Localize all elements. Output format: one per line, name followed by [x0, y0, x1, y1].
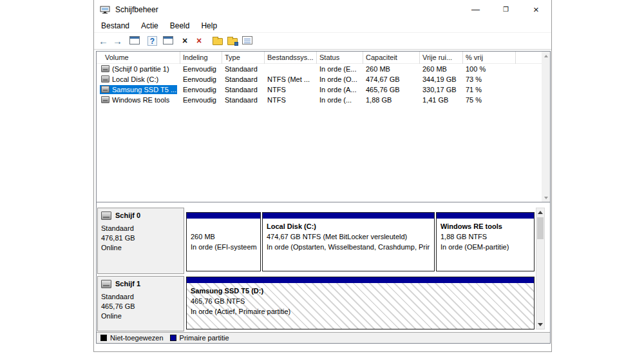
column-header-indeling[interactable]: Indeling — [180, 52, 222, 64]
scrollbar-thumb[interactable] — [537, 217, 544, 239]
forward-icon[interactable]: → — [113, 36, 122, 46]
detach-icon[interactable]: × — [182, 36, 187, 45]
cell-status: In orde (E... — [317, 65, 363, 73]
cell-vrije-ruimte: 330,17 GB — [420, 86, 463, 93]
delete-volume-icon[interactable]: × — [196, 36, 202, 45]
table-row[interactable]: Local Disk (C:) Eenvoudig Standaard NTFS… — [97, 74, 542, 84]
partition-title: Windows RE tools — [440, 221, 530, 231]
disk1-label[interactable]: Schijf 1 Standaard 465,76 GB Online — [97, 276, 184, 331]
disk-size: 465,76 GB — [101, 302, 180, 311]
help-icon[interactable]: ? — [147, 36, 157, 46]
cell-capaciteit: 260 MB — [363, 65, 420, 73]
cell-vrije-ruimte: 1,41 GB — [420, 96, 463, 104]
disk-type: Standaard — [101, 224, 180, 233]
volume-icon — [101, 96, 109, 103]
column-header-pct-vrij[interactable]: % vrij — [463, 52, 516, 64]
disk0-label[interactable]: Schijf 0 Standaard 476,81 GB Online — [97, 208, 184, 274]
unallocated-swatch — [100, 335, 107, 341]
cell-type: Standaard — [222, 75, 265, 83]
volume-icon — [101, 75, 109, 83]
cell-vrije-ruimte: 260 MB — [420, 65, 463, 73]
menu-actie[interactable]: Actie — [135, 19, 164, 32]
legend-primary-partition: Primaire partitie — [170, 334, 229, 342]
volume-name: Local Disk (C:) — [112, 75, 158, 83]
partition-efi[interactable]: 260 MB In orde (EFI-systeem — [186, 212, 261, 271]
cell-pct-vrij: 71 % — [463, 86, 516, 93]
menu-bestand[interactable]: Bestand — [95, 19, 135, 32]
app-icon — [100, 5, 110, 15]
maximize-button[interactable]: ❐ — [491, 0, 521, 19]
table-row-selected[interactable]: Samsung SSD T5 ... Eenvoudig Standaard N… — [97, 84, 542, 95]
cell-type: Standaard — [222, 86, 265, 93]
partition-color-strip — [437, 213, 534, 219]
caption-buttons: — ❐ × — [460, 0, 551, 19]
column-header-bestandssysteem[interactable]: Bestandssys... — [265, 52, 317, 64]
list-scrollbar[interactable] — [542, 52, 550, 202]
menu-help[interactable]: Help — [195, 19, 223, 32]
disk-name: Schijf 0 — [115, 211, 140, 221]
disk-management-window: Schijfbeheer — ❐ × Bestand Actie Beeld H… — [93, 0, 552, 352]
partition-status: In orde (EFI-systeem — [191, 242, 256, 252]
volume-icon — [101, 86, 109, 93]
partition-title — [191, 221, 256, 231]
folder-properties-icon[interactable] — [227, 36, 238, 45]
cell-type: Standaard — [222, 65, 265, 73]
close-button[interactable]: × — [521, 0, 551, 19]
table-row[interactable]: (Schijf 0 partitie 1) Eenvoudig Standaar… — [97, 64, 542, 74]
disk-icon — [101, 280, 111, 288]
content-frame: Volume Indeling Type Bestandssys... Stat… — [96, 51, 551, 344]
legend-unallocated: Niet-toegewezen — [100, 334, 164, 342]
title-bar[interactable]: Schijfbeheer — ❐ × — [94, 0, 551, 19]
column-header-capaciteit[interactable]: Capaciteit — [363, 52, 420, 64]
cell-volume: Local Disk (C:) — [97, 75, 180, 84]
status-strip — [96, 344, 551, 351]
partition-windows-re[interactable]: Windows RE tools 1,88 GB NTFS In orde (O… — [436, 212, 535, 271]
volume-name: (Schijf 0 partitie 1) — [112, 65, 169, 73]
cell-bestandssysteem: NTFS (Met ... — [265, 75, 317, 83]
column-header-vrije-ruimte[interactable]: Vrije rui... — [420, 52, 463, 64]
folder-open-icon[interactable] — [213, 36, 223, 45]
table-header: Volume Indeling Type Bestandssys... Stat… — [97, 52, 542, 64]
cell-pct-vrij: 73 % — [463, 75, 516, 83]
scroll-up-icon[interactable] — [536, 208, 544, 217]
scroll-up-icon[interactable] — [542, 52, 550, 60]
graphic-scrollbar[interactable] — [536, 208, 545, 329]
graphical-view-pane: Schijf 0 Standaard 476,81 GB Online 260 … — [97, 203, 550, 332]
export-list-icon[interactable] — [163, 36, 173, 44]
column-header-volume[interactable]: Volume — [97, 52, 180, 64]
minimize-button[interactable]: — — [460, 0, 491, 19]
volume-table: Volume Indeling Type Bestandssys... Stat… — [97, 52, 542, 202]
scroll-down-icon[interactable] — [542, 193, 550, 202]
scroll-down-icon[interactable] — [536, 320, 544, 329]
partition-c-drive[interactable]: Local Disk (C:) 474,67 GB NTFS (Met BitL… — [262, 212, 435, 271]
partition-status: In orde (Actief, Primaire partitie) — [191, 306, 530, 317]
cell-vrije-ruimte: 344,19 GB — [420, 75, 463, 83]
cell-capaciteit: 465,76 GB — [363, 86, 420, 93]
column-header-status[interactable]: Status — [317, 52, 363, 64]
toolbar: ← → ? × × — [94, 33, 551, 50]
volume-list-pane: Volume Indeling Type Bestandssys... Stat… — [97, 52, 550, 202]
cell-capaciteit: 1,88 GB — [363, 96, 420, 104]
cell-volume: (Schijf 0 partitie 1) — [97, 64, 180, 74]
cell-pct-vrij: 75 % — [463, 96, 516, 104]
back-icon[interactable]: ← — [99, 36, 108, 46]
menu-beeld[interactable]: Beeld — [164, 19, 196, 32]
cell-indeling: Eenvoudig — [180, 86, 222, 93]
console-window-icon[interactable] — [129, 36, 140, 44]
cell-status: In orde (A... — [317, 86, 363, 93]
legend-bar: Niet-toegewezen Primaire partitie — [97, 332, 550, 343]
primary-partition-swatch — [170, 335, 176, 341]
partition-size: 1,88 GB NTFS — [440, 231, 530, 242]
cell-status: In orde (... — [317, 96, 363, 104]
table-row[interactable]: Windows RE tools Eenvoudig Standaard NTF… — [97, 95, 542, 105]
partition-samsung-ssd[interactable]: Samsung SSD T5 (D:) 465,76 GB NTFS In or… — [186, 277, 535, 329]
list-view-icon[interactable] — [242, 36, 252, 44]
volume-icon — [101, 65, 109, 72]
legend-label: Niet-toegewezen — [110, 334, 164, 342]
partition-size: 260 MB — [191, 231, 256, 242]
cell-indeling: Eenvoudig — [180, 96, 222, 104]
cell-pct-vrij: 100 % — [463, 65, 516, 73]
cell-volume: Samsung SSD T5 ... — [97, 85, 180, 95]
cell-status: In orde (O... — [317, 75, 363, 83]
column-header-type[interactable]: Type — [222, 52, 265, 64]
